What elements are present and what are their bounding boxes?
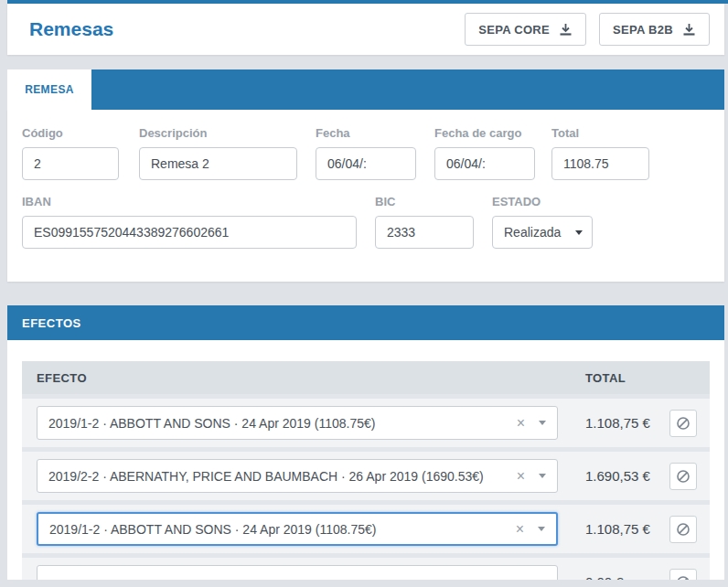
- efecto-select-value: 2019/1-2 · ABBOTT AND SONS · 24 Apr 2019…: [49, 522, 516, 537]
- efecto-column-header: EFECTO: [22, 371, 571, 385]
- efecto-select-value: 2019/1-2 · ABBOTT AND SONS · 24 Apr 2019…: [48, 416, 517, 431]
- sepa-b2b-button[interactable]: SEPA B2B: [599, 13, 710, 46]
- bic-field-group: BIC: [375, 195, 474, 249]
- bic-input[interactable]: [375, 216, 474, 249]
- total-cell: 1.690,53 €: [571, 459, 710, 493]
- iban-field-group: IBAN: [22, 195, 357, 249]
- tab-remesa[interactable]: REMESA: [7, 69, 91, 110]
- total-input[interactable]: [551, 147, 649, 180]
- total-cell: 0,00 €: [571, 565, 710, 580]
- efectos-section-title: EFECTOS: [22, 316, 81, 330]
- codigo-input[interactable]: [22, 147, 119, 180]
- iban-label: IBAN: [22, 195, 357, 208]
- chevron-down-icon[interactable]: [538, 527, 545, 531]
- total-column-header: TOTAL: [571, 371, 710, 385]
- download-icon: [682, 23, 696, 37]
- block-icon: [676, 469, 691, 484]
- estado-select-value: Realizada: [504, 225, 575, 240]
- page-title: Remesas: [29, 18, 113, 40]
- efectos-table: EFECTO TOTAL 2019/1-2 · ABBOTT AND SONS …: [22, 361, 710, 580]
- estado-select[interactable]: Realizada: [492, 216, 593, 249]
- sepa-core-button-label: SEPA CORE: [478, 23, 550, 37]
- clear-icon[interactable]: ×: [517, 416, 525, 431]
- efecto-cell: 2019/1-2 · ABBOTT AND SONS · 24 Apr 2019…: [22, 505, 571, 553]
- chevron-down-icon[interactable]: [539, 474, 546, 478]
- efecto-select[interactable]: ×: [37, 565, 558, 580]
- total-field-group: Total: [551, 126, 649, 180]
- descripcion-input[interactable]: [139, 147, 297, 180]
- efecto-select[interactable]: 2019/2-2 · ABERNATHY, PRICE AND BAUMBACH…: [37, 459, 558, 493]
- efecto-select[interactable]: 2019/1-2 · ABBOTT AND SONS · 24 Apr 2019…: [37, 512, 558, 546]
- efecto-cell: 2019/2-2 · ABERNATHY, PRICE AND BAUMBACH…: [22, 452, 571, 500]
- total-cell: 1.108,75 €: [571, 406, 710, 440]
- fecha-label: Fecha: [316, 126, 416, 140]
- efecto-select[interactable]: 2019/1-2 · ABBOTT AND SONS · 24 Apr 2019…: [37, 406, 558, 440]
- fecha-cargo-field-group: Fecha de cargo: [434, 126, 535, 180]
- codigo-label: Código: [22, 126, 119, 140]
- bic-label: BIC: [375, 195, 474, 208]
- chevron-down-icon[interactable]: [539, 421, 546, 425]
- remove-effect-button[interactable]: [669, 516, 697, 543]
- descripcion-label: Descripción: [139, 126, 297, 140]
- table-row: 2019/2-2 · ABERNATHY, PRICE AND BAUMBACH…: [22, 452, 710, 500]
- table-row: 2019/1-2 · ABBOTT AND SONS · 24 Apr 2019…: [22, 505, 710, 553]
- codigo-field-group: Código: [22, 126, 119, 180]
- table-row: × 0,00 €: [22, 558, 710, 580]
- estado-field-group: ESTADO Realizada: [492, 195, 593, 249]
- row-total: 0,00 €: [585, 574, 624, 580]
- chevron-down-icon: [575, 230, 583, 235]
- total-cell: 1.108,75 €: [571, 512, 710, 546]
- row-total: 1.108,75 €: [585, 415, 650, 431]
- fecha-input[interactable]: [316, 147, 416, 180]
- remove-effect-button[interactable]: [669, 410, 697, 437]
- row-total: 1.108,75 €: [585, 521, 650, 537]
- fecha-field-group: Fecha: [316, 126, 416, 180]
- page-header: Remesas SEPA CORE SEPA B2B: [7, 4, 724, 55]
- efecto-cell: ×: [22, 558, 571, 580]
- remove-effect-button[interactable]: [669, 569, 697, 581]
- sepa-b2b-button-label: SEPA B2B: [613, 23, 673, 37]
- block-icon: [676, 522, 691, 537]
- fecha-cargo-label: Fecha de cargo: [434, 126, 535, 140]
- remove-effect-button[interactable]: [669, 463, 697, 490]
- table-row: 2019/1-2 · ABBOTT AND SONS · 24 Apr 2019…: [22, 399, 710, 447]
- remesa-form: Código Descripción Fecha Fecha de cargo …: [7, 110, 724, 282]
- download-icon: [559, 23, 573, 37]
- estado-label: ESTADO: [492, 195, 593, 208]
- clear-icon[interactable]: ×: [517, 469, 525, 484]
- efectos-panel: EFECTO TOTAL 2019/1-2 · ABBOTT AND SONS …: [7, 340, 724, 580]
- sepa-core-button[interactable]: SEPA CORE: [465, 13, 586, 46]
- page-container: Remesas SEPA CORE SEPA B2B REMESA Código: [7, 4, 724, 580]
- spacer: [7, 55, 724, 69]
- efectos-table-header: EFECTO TOTAL: [22, 361, 710, 394]
- fecha-cargo-input[interactable]: [434, 147, 535, 180]
- iban-input[interactable]: [22, 216, 357, 249]
- descripcion-field-group: Descripción: [139, 126, 297, 180]
- form-row-2: IBAN BIC ESTADO Realizada: [22, 195, 710, 249]
- spacer: [7, 282, 724, 305]
- total-label: Total: [551, 126, 649, 140]
- form-row-1: Código Descripción Fecha Fecha de cargo …: [22, 126, 710, 180]
- block-icon: [676, 416, 691, 431]
- efecto-select-value: 2019/2-2 · ABERNATHY, PRICE AND BAUMBACH…: [48, 469, 517, 484]
- efecto-cell: 2019/1-2 · ABBOTT AND SONS · 24 Apr 2019…: [22, 399, 571, 447]
- efectos-table-body: 2019/1-2 · ABBOTT AND SONS · 24 Apr 2019…: [22, 399, 710, 580]
- clear-icon[interactable]: ×: [516, 522, 524, 537]
- row-total: 1.690,53 €: [585, 468, 650, 484]
- tab-bar: REMESA: [7, 69, 724, 110]
- block-icon: [676, 575, 691, 581]
- efectos-section-header: EFECTOS: [7, 305, 724, 340]
